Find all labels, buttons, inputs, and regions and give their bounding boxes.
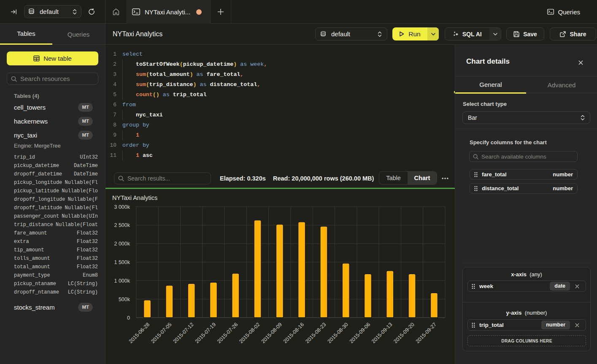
svg-text:2015-08-30: 2015-08-30 (326, 321, 349, 344)
svg-text:2015-09-27: 2015-09-27 (415, 321, 438, 344)
svg-text:2015-07-12: 2015-07-12 (172, 321, 194, 344)
svg-text:0: 0 (127, 315, 130, 321)
svg-text:2015-07-26: 2015-07-26 (216, 321, 239, 344)
svg-text:2 000k: 2 000k (114, 241, 130, 247)
svg-text:2015-07-05: 2015-07-05 (150, 321, 173, 344)
svg-text:3 000k: 3 000k (114, 204, 130, 210)
svg-text:2015-08-09: 2015-08-09 (260, 321, 283, 344)
svg-text:2015-06-28: 2015-06-28 (128, 321, 151, 344)
svg-text:2015-09-13: 2015-09-13 (370, 321, 393, 344)
svg-text:500k: 500k (119, 297, 130, 302)
svg-text:2015-09-06: 2015-09-06 (348, 321, 371, 344)
svg-text:2 500k: 2 500k (114, 222, 130, 228)
svg-text:2015-08-16: 2015-08-16 (282, 321, 305, 344)
svg-text:1 000k: 1 000k (114, 278, 130, 284)
svg-text:2015-08-02: 2015-08-02 (238, 321, 261, 344)
svg-text:2015-07-19: 2015-07-19 (194, 321, 217, 344)
svg-text:2015-09-20: 2015-09-20 (392, 321, 415, 344)
svg-text:NYTaxi Analytics: NYTaxi Analytics (112, 194, 157, 201)
svg-text:2015-08-23: 2015-08-23 (304, 321, 327, 344)
svg-text:1 500k: 1 500k (114, 259, 130, 265)
